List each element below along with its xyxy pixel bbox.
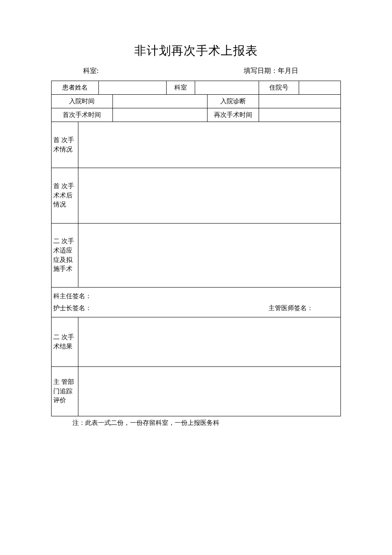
date-label: 填写日期：年月日 bbox=[244, 67, 341, 76]
dept-label: 科室: bbox=[83, 67, 109, 76]
value-admit-diag[interactable] bbox=[259, 95, 341, 108]
value-dept[interactable] bbox=[195, 81, 259, 95]
label-patient-name: 患者姓名 bbox=[52, 81, 99, 95]
value-hosp-no[interactable] bbox=[299, 81, 341, 95]
value-re-surgery-time[interactable] bbox=[259, 108, 341, 122]
form-table: 患者姓名 科室 住院号 入院时间 入院诊断 首次手术时间 再次手术时间 首 次手… bbox=[51, 81, 341, 416]
row-first-surgery-info: 首 次手术情况 bbox=[52, 122, 341, 168]
sig-chief[interactable]: 科主任签名： bbox=[53, 292, 339, 300]
footnote: 注：此表一式二份，一份存留科室，一份上报医务科 bbox=[51, 419, 341, 427]
sig-doctor[interactable]: 主管医师签名： bbox=[268, 304, 313, 312]
label-hosp-no: 住院号 bbox=[259, 81, 299, 95]
row-basic-2: 入院时间 入院诊断 bbox=[52, 95, 341, 108]
row-signatures: 科主任签名： 护士长签名： 主管医师签名： bbox=[52, 288, 341, 317]
label-dept-followup: 主 管部门追踪评价 bbox=[52, 367, 78, 416]
row-dept-followup: 主 管部门追踪评价 bbox=[52, 367, 341, 416]
value-second-indication[interactable] bbox=[78, 224, 341, 288]
sig-nurse[interactable]: 护士长签名： bbox=[53, 304, 92, 312]
value-first-surgery-info[interactable] bbox=[78, 122, 341, 168]
label-re-surgery-time: 再次手术时间 bbox=[207, 108, 259, 122]
header-row: 科室: 填写日期：年月日 bbox=[51, 67, 341, 76]
row-second-result: 二 次手术结果 bbox=[52, 317, 341, 367]
label-admit-time: 入院时间 bbox=[52, 95, 113, 108]
label-second-indication: 二 次手术适应症及拟施手术 bbox=[52, 224, 78, 288]
row-basic-3: 首次手术时间 再次手术时间 bbox=[52, 108, 341, 122]
form-title: 非计划再次手术上报表 bbox=[51, 43, 341, 59]
row-first-post-info: 首 次手术术后情况 bbox=[52, 168, 341, 224]
label-first-post-info: 首 次手术术后情况 bbox=[52, 168, 78, 224]
label-dept: 科室 bbox=[166, 81, 195, 95]
value-admit-time[interactable] bbox=[112, 95, 207, 108]
value-patient-name[interactable] bbox=[98, 81, 166, 95]
value-first-post-info[interactable] bbox=[78, 168, 341, 224]
value-dept-followup[interactable] bbox=[78, 367, 341, 416]
label-second-result: 二 次手术结果 bbox=[52, 317, 78, 367]
label-first-surgery-time: 首次手术时间 bbox=[52, 108, 113, 122]
row-second-indication: 二 次手术适应症及拟施手术 bbox=[52, 224, 341, 288]
value-second-result[interactable] bbox=[78, 317, 341, 367]
label-admit-diag: 入院诊断 bbox=[207, 95, 259, 108]
value-first-surgery-time[interactable] bbox=[112, 108, 207, 122]
row-basic-1: 患者姓名 科室 住院号 bbox=[52, 81, 341, 95]
label-first-surgery-info: 首 次手术情况 bbox=[52, 122, 78, 168]
